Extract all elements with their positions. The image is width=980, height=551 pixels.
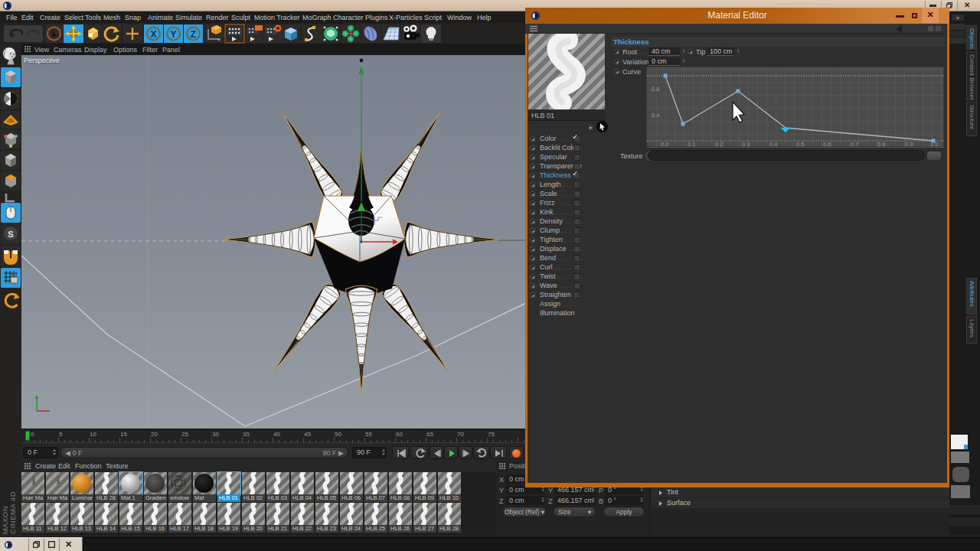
svg-text:0.2: 0.2 — [715, 141, 723, 148]
svg-text:0.5: 0.5 — [796, 141, 804, 148]
svg-text:0.0: 0.0 — [661, 141, 668, 148]
svg-text:0.6: 0.6 — [823, 141, 831, 148]
svg-text:S: S — [8, 230, 13, 239]
svg-text:0.4: 0.4 — [652, 112, 659, 119]
svg-text:0.7: 0.7 — [851, 141, 858, 148]
svg-text:Z: Z — [191, 29, 196, 40]
svg-text:Y: Y — [170, 29, 176, 40]
svg-text:0.8: 0.8 — [877, 141, 885, 148]
svg-text:X: X — [150, 29, 156, 40]
svg-text:0.9: 0.9 — [905, 141, 913, 148]
svg-text:0.8: 0.8 — [652, 86, 659, 93]
svg-text:0.3: 0.3 — [742, 141, 750, 148]
svg-text:0.4: 0.4 — [769, 141, 777, 148]
svg-text:0.1: 0.1 — [688, 141, 695, 148]
